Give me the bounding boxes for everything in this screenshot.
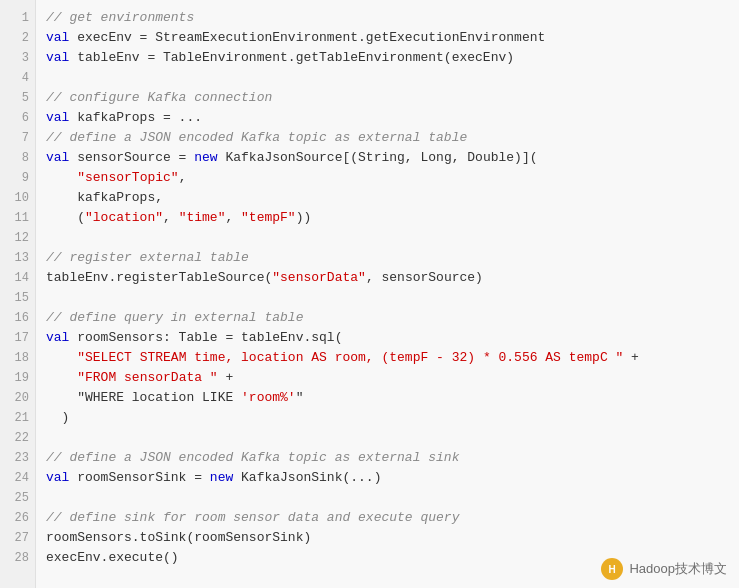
line-number: 23 bbox=[8, 448, 29, 468]
code-line: // define sink for room sensor data and … bbox=[46, 508, 729, 528]
line-number: 20 bbox=[8, 388, 29, 408]
line-number: 27 bbox=[8, 528, 29, 548]
code-line bbox=[46, 288, 729, 308]
code-line bbox=[46, 428, 729, 448]
line-number: 28 bbox=[8, 548, 29, 568]
line-number: 22 bbox=[8, 428, 29, 448]
watermark-label: Hadoop技术博文 bbox=[629, 560, 727, 578]
line-number: 3 bbox=[8, 48, 29, 68]
svg-text:H: H bbox=[609, 564, 616, 575]
code-line: // configure Kafka connection bbox=[46, 88, 729, 108]
code-line: ("location", "time", "tempF")) bbox=[46, 208, 729, 228]
line-number: 7 bbox=[8, 128, 29, 148]
line-numbers: 1234567891011121314151617181920212223242… bbox=[0, 0, 36, 588]
line-number: 5 bbox=[8, 88, 29, 108]
code-line: // define a JSON encoded Kafka topic as … bbox=[46, 128, 729, 148]
watermark: H Hadoop技术博文 bbox=[601, 558, 727, 580]
code-line: // define query in external table bbox=[46, 308, 729, 328]
code-area: 1234567891011121314151617181920212223242… bbox=[0, 0, 739, 588]
code-line: "FROM sensorData " + bbox=[46, 368, 729, 388]
code-line: // register external table bbox=[46, 248, 729, 268]
code-line: val execEnv = StreamExecutionEnvironment… bbox=[46, 28, 729, 48]
code-line: roomSensors.toSink(roomSensorSink) bbox=[46, 528, 729, 548]
code-line: val roomSensors: Table = tableEnv.sql( bbox=[46, 328, 729, 348]
code-content: // get environmentsval execEnv = StreamE… bbox=[36, 0, 739, 588]
code-line: tableEnv.registerTableSource("sensorData… bbox=[46, 268, 729, 288]
line-number: 18 bbox=[8, 348, 29, 368]
code-line: val sensorSource = new KafkaJsonSource[(… bbox=[46, 148, 729, 168]
line-number: 1 bbox=[8, 8, 29, 28]
line-number: 17 bbox=[8, 328, 29, 348]
code-line: val tableEnv = TableEnvironment.getTable… bbox=[46, 48, 729, 68]
line-number: 21 bbox=[8, 408, 29, 428]
line-number: 8 bbox=[8, 148, 29, 168]
line-number: 13 bbox=[8, 248, 29, 268]
line-number: 11 bbox=[8, 208, 29, 228]
line-number: 24 bbox=[8, 468, 29, 488]
line-number: 15 bbox=[8, 288, 29, 308]
line-number: 10 bbox=[8, 188, 29, 208]
code-line: val roomSensorSink = new KafkaJsonSink(.… bbox=[46, 468, 729, 488]
code-line: "sensorTopic", bbox=[46, 168, 729, 188]
line-number: 26 bbox=[8, 508, 29, 528]
line-number: 9 bbox=[8, 168, 29, 188]
line-number: 4 bbox=[8, 68, 29, 88]
code-line: kafkaProps, bbox=[46, 188, 729, 208]
code-line: // define a JSON encoded Kafka topic as … bbox=[46, 448, 729, 468]
code-line bbox=[46, 228, 729, 248]
line-number: 2 bbox=[8, 28, 29, 48]
line-number: 16 bbox=[8, 308, 29, 328]
code-line: "WHERE location LIKE 'room%'" bbox=[46, 388, 729, 408]
line-number: 25 bbox=[8, 488, 29, 508]
line-number: 12 bbox=[8, 228, 29, 248]
code-line: // get environments bbox=[46, 8, 729, 28]
code-container: 1234567891011121314151617181920212223242… bbox=[0, 0, 739, 588]
line-number: 19 bbox=[8, 368, 29, 388]
watermark-icon: H bbox=[601, 558, 623, 580]
line-number: 14 bbox=[8, 268, 29, 288]
code-line: val kafkaProps = ... bbox=[46, 108, 729, 128]
line-number: 6 bbox=[8, 108, 29, 128]
code-line: ) bbox=[46, 408, 729, 428]
code-line: "SELECT STREAM time, location AS room, (… bbox=[46, 348, 729, 368]
code-line bbox=[46, 68, 729, 88]
code-line bbox=[46, 488, 729, 508]
